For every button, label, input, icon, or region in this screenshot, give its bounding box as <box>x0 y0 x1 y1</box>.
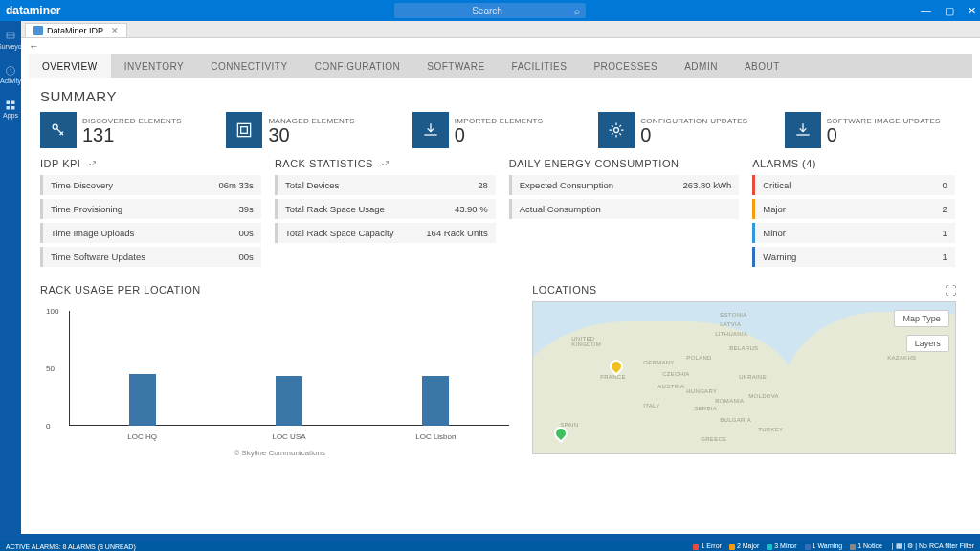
window-minimize-button[interactable]: — <box>921 5 931 17</box>
rack-usage-chart: 050100LOC HQLOC USALOC Lisbon <box>40 301 519 445</box>
panel-energy: DAILY ENERGY CONSUMPTION Expected Consum… <box>509 158 740 271</box>
tab-processes[interactable]: PROCESSES <box>580 54 671 78</box>
panel-idp-kpi: IDP KPI Time Discovery06m 33sTime Provis… <box>40 158 261 271</box>
row-key: Major <box>763 204 786 214</box>
row-key: Actual Consumption <box>520 204 601 214</box>
row-key: Total Rack Space Usage <box>285 204 385 214</box>
row-key: Time Discovery <box>51 180 113 190</box>
software-bar <box>0 534 980 541</box>
tab-admin[interactable]: ADMIN <box>671 54 731 78</box>
chart-bar <box>276 376 302 426</box>
chart-icon <box>86 158 98 169</box>
row-value: 39s <box>239 204 254 214</box>
tab-close-icon[interactable]: ✕ <box>111 26 119 35</box>
tab-overview[interactable]: OVERVIEW <box>29 54 111 78</box>
row-key: Time Software Updates <box>51 252 145 262</box>
svg-rect-8 <box>241 127 248 134</box>
tab-configuration[interactable]: CONFIGURATION <box>301 54 414 78</box>
search-box[interactable]: Search ⌕ <box>394 3 586 18</box>
row-key: Minor <box>763 228 786 238</box>
locations-map[interactable]: UNITEDKINGDOM FRANCE SPAIN GERMANY POLAN… <box>532 301 956 454</box>
panel-alarms: ALARMS (4) Critical0Major2Minor1Warning1 <box>752 158 955 271</box>
svg-rect-7 <box>238 123 251 136</box>
panel-title: RACK USAGE PER LOCATION <box>40 284 201 296</box>
card-label: SOFTWARE IMAGE UPDATES <box>827 117 941 125</box>
row-value: 263.80 kWh <box>683 180 732 190</box>
map-layers-button[interactable]: Layers <box>906 335 949 352</box>
alarm-summary: ACTIVE ALARMS: 8 ALARMS (8 UNREAD) <box>6 543 136 550</box>
window-maximize-button[interactable]: ▢ <box>945 5 954 17</box>
row-value: 43.90 % <box>455 204 488 214</box>
nav-tabs: OVERVIEWINVENTORYCONNECTIVITYCONFIGURATI… <box>29 54 972 78</box>
svg-point-9 <box>614 128 619 133</box>
surveyor-icon <box>5 31 16 42</box>
list-row: Time Provisioning39s <box>40 199 261 219</box>
panel-title: LOCATIONS <box>532 284 596 296</box>
summary-title: SUMMARY <box>40 88 961 104</box>
list-row: Minor1 <box>752 223 955 243</box>
footer-right: | ▦ | ⚙ | No RCA filter Filter <box>890 542 974 550</box>
row-value: 00s <box>239 252 254 262</box>
panel-title: DAILY ENERGY CONSUMPTION <box>509 158 679 169</box>
row-key: Total Rack Space Capacity <box>285 228 394 238</box>
row-key: Total Devices <box>285 180 340 190</box>
list-row: Total Rack Space Capacity164 Rack Units <box>275 223 496 243</box>
list-row: Actual Consumption <box>509 199 740 219</box>
card-icon <box>226 112 262 148</box>
card-label: CONFIGURATION UPDATES <box>640 117 747 125</box>
left-sidebar: Surveyor Activity Apps <box>0 21 21 551</box>
window-close-button[interactable]: ✕ <box>968 5 976 17</box>
row-key: Critical <box>763 180 791 190</box>
row-key: Expected Consumption <box>520 180 613 190</box>
document-tab-strip: DataMiner IDP ✕ <box>21 21 980 38</box>
tab-inventory[interactable]: INVENTORY <box>111 54 197 78</box>
svg-rect-5 <box>11 106 15 110</box>
chart-y-tick: 0 <box>46 422 50 430</box>
alarm-count-item: 2 Major <box>729 542 759 549</box>
card-icon <box>40 112 77 148</box>
chart-bar <box>422 376 449 426</box>
document-tab[interactable]: DataMiner IDP ✕ <box>25 23 127 37</box>
list-row: Time Image Uploads00s <box>40 223 261 243</box>
panel-rack-statistics: RACK STATISTICS Total Devices28Total Rac… <box>275 158 496 271</box>
summary-card: IMPORTED ELEMENTS0 <box>412 112 589 148</box>
expand-icon[interactable]: ⛶ <box>945 284 956 298</box>
list-row: Warning1 <box>752 247 955 267</box>
card-value: 30 <box>268 125 355 144</box>
row-key: Warning <box>763 252 796 262</box>
sidebar-item-surveyor[interactable]: Surveyor <box>0 29 21 52</box>
back-button[interactable]: ← <box>21 38 980 54</box>
sidebar-item-activity[interactable]: Activity <box>0 63 21 86</box>
search-icon: ⌕ <box>574 6 580 16</box>
panel-title: RACK STATISTICS <box>275 158 373 169</box>
chart-x-tick: LOC HQ <box>127 432 157 441</box>
energy-list: Expected Consumption263.80 kWhActual Con… <box>509 175 740 219</box>
chart-y-tick: 50 <box>46 364 55 373</box>
map-type-button[interactable]: Map Type <box>894 310 948 327</box>
card-icon <box>785 112 821 148</box>
chart-x-tick: LOC Lisbon <box>415 432 456 441</box>
title-bar: dataminer Search ⌕ — ▢ ✕ <box>0 0 980 21</box>
list-row: Expected Consumption263.80 kWh <box>509 175 740 195</box>
chart-y-tick: 100 <box>46 307 58 316</box>
row-value: 06m 33s <box>218 180 253 190</box>
row-key: Time Provisioning <box>51 204 122 214</box>
rackstats-list: Total Devices28Total Rack Space Usage43.… <box>275 175 496 243</box>
alarm-bar[interactable]: ACTIVE ALARMS: 8 ALARMS (8 UNREAD) 1 Err… <box>0 541 980 551</box>
tab-facilities[interactable]: FACILITIES <box>499 54 581 78</box>
list-row: Total Devices28 <box>275 175 496 195</box>
chart-icon <box>379 158 390 169</box>
alarm-counts: 1 Error2 Major3 Minor1 Warning1 Notice |… <box>693 542 974 550</box>
sidebar-label: Apps <box>3 112 18 119</box>
tab-software[interactable]: SOFTWARE <box>413 54 498 78</box>
content-area: ← OVERVIEWINVENTORYCONNECTIVITYCONFIGURA… <box>21 38 980 534</box>
summary-card: DISCOVERED ELEMENTS131 <box>40 112 216 148</box>
card-value: 0 <box>640 125 747 144</box>
tab-about[interactable]: ABOUT <box>731 54 793 78</box>
row-value: 00s <box>239 228 254 238</box>
tab-connectivity[interactable]: CONNECTIVITY <box>197 54 301 78</box>
list-row: Critical0 <box>752 175 955 195</box>
sidebar-item-apps[interactable]: Apps <box>0 98 21 121</box>
card-value: 0 <box>827 125 941 144</box>
summary-cards: DISCOVERED ELEMENTS131MANAGED ELEMENTS30… <box>40 112 961 148</box>
